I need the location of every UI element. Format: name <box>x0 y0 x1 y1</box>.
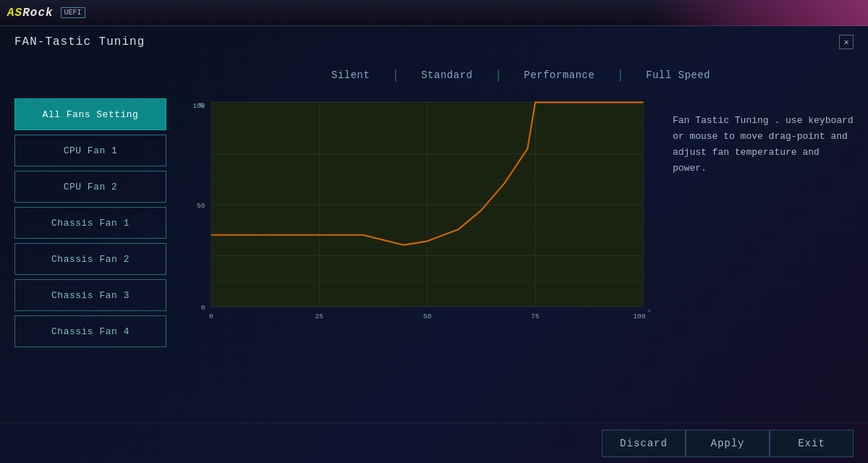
close-button[interactable]: ✕ <box>839 35 854 49</box>
uefi-label: UEFI <box>61 7 85 18</box>
logo-area: ASRock UEFI <box>7 7 85 20</box>
bottom-action-bar: Discard Apply Exit <box>0 422 868 463</box>
sidebar-item-cpu-fan-2[interactable]: CPU Fan 2 <box>14 171 166 203</box>
logo-as: AS <box>7 7 22 20</box>
sidebar-item-chassis-fan-2[interactable]: Chassis Fan 2 <box>14 243 166 275</box>
tab-divider-2: | <box>494 68 502 82</box>
svg-text:°C: °C <box>647 308 651 316</box>
tab-standard[interactable]: Standard <box>399 69 494 81</box>
asrock-logo: ASRock <box>7 7 54 20</box>
tab-silent[interactable]: Silent <box>310 69 391 81</box>
page-title: FAN-Tastic Tuning <box>14 35 145 48</box>
chart-description: Fan Tastic Tuning . use keyboard or mous… <box>673 113 854 177</box>
fan-curve-svg: % 100 50 0 0 25 50 75 100 °C <box>188 98 651 330</box>
exit-button[interactable]: Exit <box>770 430 854 457</box>
logo-rock: Rock <box>22 7 53 20</box>
sidebar-item-chassis-fan-1[interactable]: Chassis Fan 1 <box>14 207 166 239</box>
header-bar: ASRock UEFI <box>0 0 868 26</box>
header-decoration <box>651 0 868 26</box>
chart-info-panel: Fan Tastic Tuning . use keyboard or mous… <box>665 98 854 422</box>
preset-tabs: Silent | Standard | Performance | Full S… <box>188 55 854 91</box>
tab-full-speed[interactable]: Full Speed <box>624 69 732 81</box>
sidebar-item-chassis-fan-3[interactable]: Chassis Fan 3 <box>14 279 166 311</box>
svg-text:50: 50 <box>423 313 432 320</box>
chart-wrapper: % 100 50 0 0 25 50 75 100 °C <box>188 98 854 422</box>
tab-divider-1: | <box>391 68 399 82</box>
sidebar-item-all-fans[interactable]: All Fans Setting <box>14 98 166 130</box>
svg-text:50: 50 <box>197 202 205 210</box>
apply-button[interactable]: Apply <box>686 430 770 457</box>
sidebar-item-cpu-fan-1[interactable]: CPU Fan 1 <box>14 135 166 166</box>
svg-text:75: 75 <box>531 313 540 320</box>
main-container: FAN-Tastic Tuning ✕ All Fans Setting CPU… <box>0 26 868 463</box>
tab-performance[interactable]: Performance <box>502 69 616 81</box>
fan-chart[interactable]: % 100 50 0 0 25 50 75 100 °C <box>188 98 651 422</box>
svg-text:0: 0 <box>209 313 213 320</box>
svg-text:100: 100 <box>633 313 646 320</box>
discard-button[interactable]: Discard <box>602 430 686 457</box>
right-content: Silent | Standard | Performance | Full S… <box>188 55 854 422</box>
sidebar-item-chassis-fan-4[interactable]: Chassis Fan 4 <box>14 315 166 347</box>
svg-text:100: 100 <box>192 102 205 110</box>
svg-text:0: 0 <box>201 304 205 312</box>
fan-sidebar: All Fans Setting CPU Fan 1 CPU Fan 2 Cha… <box>14 55 174 422</box>
content-area: All Fans Setting CPU Fan 1 CPU Fan 2 Cha… <box>0 55 868 422</box>
page-title-bar: FAN-Tastic Tuning ✕ <box>0 26 868 55</box>
svg-text:25: 25 <box>315 313 324 320</box>
tab-divider-3: | <box>616 68 624 82</box>
